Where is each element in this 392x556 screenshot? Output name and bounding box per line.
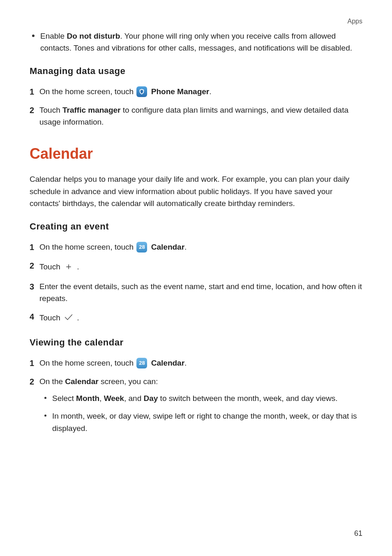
plus-icon: ＋ — [64, 259, 73, 273]
viewing-bullet-1: Select Month, Week, and Day to switch be… — [42, 392, 362, 404]
text: . — [77, 262, 79, 271]
managing-step-2: 2 Touch Traffic manager to configure dat… — [30, 104, 362, 128]
traffic-manager-label: Traffic manager — [62, 106, 121, 114]
step-number: 1 — [30, 241, 39, 254]
bullet-icon — [44, 415, 46, 417]
dnd-prefix: Enable — [40, 32, 67, 40]
text: Select — [52, 394, 76, 403]
bullet-icon — [44, 397, 46, 399]
viewing-bullet-2: In month, week, or day view, swipe left … — [42, 410, 362, 434]
step-number: 3 — [30, 280, 39, 293]
text: Touch — [39, 262, 62, 271]
viewing-heading: Viewing the calendar — [30, 336, 362, 350]
phone-manager-label: Phone Manager — [151, 87, 209, 96]
calendar-intro: Calendar helps you to manage your daily … — [30, 173, 362, 209]
creating-step-3: 3 Enter the event details, such as the e… — [30, 280, 362, 305]
step-text: Touch ＋ . — [39, 259, 362, 275]
text: , — [99, 394, 104, 403]
text: . — [184, 243, 187, 251]
step-number: 2 — [30, 375, 39, 388]
bullet-icon — [32, 35, 35, 37]
text: On the home screen, touch — [39, 243, 136, 251]
text: . — [77, 313, 79, 322]
text: . — [209, 87, 211, 96]
step-text: On the Calendar screen, you can: — [39, 375, 362, 387]
creating-step-2: 2 Touch ＋ . — [30, 259, 362, 275]
viewing-step-2: 2 On the Calendar screen, you can: — [30, 375, 362, 388]
page-number: 61 — [354, 528, 362, 540]
text: , and — [124, 394, 144, 403]
step-text: On the home screen, touch 28 Calendar. — [39, 357, 362, 369]
creating-heading: Creating an event — [30, 220, 362, 234]
dnd-bullet: Enable Do not disturb. Your phone will r… — [30, 30, 362, 54]
calendar-screen-label: Calendar — [65, 377, 98, 386]
step-text: Enter the event details, such as the eve… — [39, 280, 362, 305]
calendar-app-icon: 28 — [136, 242, 147, 253]
viewing-step-1: 1 On the home screen, touch 28 Calendar. — [30, 357, 362, 370]
page-content: Apps Enable Do not disturb. Your phone w… — [0, 0, 392, 556]
calendar-app-icon: 28 — [136, 358, 147, 368]
header-section-label: Apps — [30, 16, 362, 27]
step-text: Touch . — [39, 310, 362, 326]
calendar-label: Calendar — [151, 243, 184, 251]
text: On the home screen, touch — [39, 87, 136, 96]
checkmark-icon — [64, 310, 73, 324]
text: Touch — [39, 313, 62, 322]
dnd-text: Enable Do not disturb. Your phone will r… — [40, 30, 362, 54]
step-number: 1 — [30, 357, 39, 370]
week-label: Week — [104, 394, 124, 403]
text: On the — [39, 377, 65, 386]
managing-heading: Managing data usage — [30, 64, 362, 78]
creating-step-1: 1 On the home screen, touch 28 Calendar. — [30, 241, 362, 254]
day-label: Day — [143, 394, 158, 403]
step-number: 2 — [30, 104, 39, 117]
calendar-day-number: 28 — [139, 244, 145, 250]
text: On the home screen, touch — [39, 359, 136, 367]
calendar-heading: Calendar — [30, 142, 362, 165]
month-label: Month — [76, 394, 99, 403]
step-number: 1 — [30, 86, 39, 98]
step-text: On the home screen, touch Phone Manager. — [39, 86, 362, 98]
dnd-bold: Do not disturb — [67, 32, 120, 40]
step-number: 4 — [30, 310, 39, 323]
text: to switch between the month, week, and d… — [158, 394, 337, 403]
phone-manager-icon — [136, 86, 147, 97]
bullet-text: Select Month, Week, and Day to switch be… — [52, 392, 362, 404]
step-text: On the home screen, touch 28 Calendar. — [39, 241, 362, 253]
viewing-sub-list: Select Month, Week, and Day to switch be… — [42, 392, 362, 434]
calendar-day-number: 28 — [139, 360, 145, 366]
managing-step-1: 1 On the home screen, touch Phone Manage… — [30, 86, 362, 98]
calendar-label: Calendar — [151, 359, 184, 367]
text: . — [184, 359, 187, 367]
creating-step-4: 4 Touch . — [30, 310, 362, 326]
text: screen, you can: — [99, 377, 158, 386]
step-text: Touch Traffic manager to configure data … — [39, 104, 362, 128]
step-number: 2 — [30, 259, 39, 272]
bullet-text: In month, week, or day view, swipe left … — [52, 410, 362, 434]
text: Touch — [39, 106, 62, 114]
